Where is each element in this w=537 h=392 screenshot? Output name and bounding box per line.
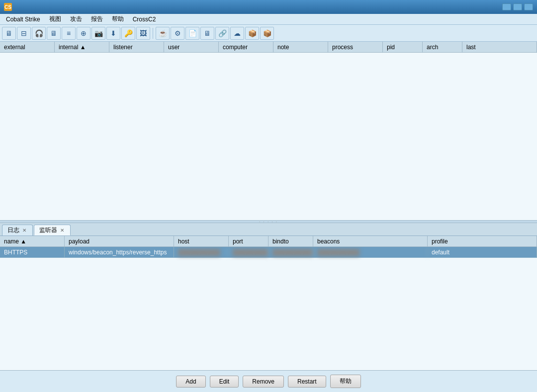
menu-cobalt-strike[interactable]: Cobalt Strike bbox=[2, 15, 44, 24]
lst-col-host[interactable]: host bbox=[174, 236, 229, 246]
listener-cell-bindto: ██████████ bbox=[268, 247, 313, 257]
col-note[interactable]: note bbox=[273, 42, 328, 52]
close-button[interactable] bbox=[524, 3, 533, 10]
col-process[interactable]: process bbox=[328, 42, 383, 52]
maximize-button[interactable] bbox=[513, 3, 522, 10]
toolbar-btn-console[interactable]: ≡ bbox=[62, 27, 76, 40]
toolbar-btn-cloud[interactable]: ☁ bbox=[230, 27, 244, 40]
tab-listeners-label: 监听器 bbox=[39, 226, 57, 235]
toolbar-btn-target-add[interactable]: ⊕ bbox=[77, 27, 90, 40]
top-table-header: external internal ▲ listener user comput… bbox=[0, 42, 537, 53]
listener-cell-port: ██████████ bbox=[229, 247, 268, 257]
listener-cell-profile: default bbox=[428, 247, 537, 257]
col-user[interactable]: user bbox=[164, 42, 219, 52]
lst-col-profile[interactable]: profile bbox=[428, 236, 537, 246]
toolbar-btn-box2[interactable]: 📦 bbox=[260, 27, 274, 40]
toolbar: 🖥⊟🎧🖥≡⊕📷⬇🔑🖼☕⚙📄🖥🔗☁📦📦 bbox=[0, 25, 537, 42]
col-last[interactable]: last bbox=[462, 42, 537, 52]
toolbar-btn-file[interactable]: 📄 bbox=[185, 27, 199, 40]
toolbar-btn-headphones[interactable]: 🎧 bbox=[32, 27, 46, 40]
listener-cell-name: BHTTPS bbox=[0, 247, 65, 257]
listener-row[interactable]: BHTTPSwindows/beacon_https/reverse_https… bbox=[0, 247, 537, 258]
tab-listeners[interactable]: 监听器 ✕ bbox=[34, 225, 71, 235]
menu-attack[interactable]: 攻击 bbox=[66, 14, 86, 24]
lst-col-bindto[interactable]: bindto bbox=[268, 236, 313, 246]
help-button[interactable]: 帮助 bbox=[330, 375, 361, 388]
toolbar-separator bbox=[153, 28, 153, 39]
top-table-body bbox=[0, 53, 537, 220]
menu-bar: Cobalt Strike视图攻击报告帮助CrossC2 bbox=[0, 14, 537, 25]
listener-table: name ▲ payload host port bindto beacons … bbox=[0, 236, 537, 370]
toolbar-btn-coffee[interactable]: ☕ bbox=[156, 27, 170, 40]
remove-button[interactable]: Remove bbox=[243, 376, 284, 388]
menu-crossc2[interactable]: CrossC2 bbox=[129, 15, 160, 24]
tab-bar: 日志 ✕ 监听器 ✕ bbox=[0, 223, 537, 236]
tab-log-close[interactable]: ✕ bbox=[21, 228, 27, 233]
listener-cell-beacons: ██████████ bbox=[313, 247, 428, 257]
listener-table-header: name ▲ payload host port bindto beacons … bbox=[0, 236, 537, 247]
toolbar-btn-key[interactable]: 🔑 bbox=[121, 27, 135, 40]
toolbar-btn-monitor[interactable]: 🖥 bbox=[200, 27, 214, 40]
toolbar-btn-connect[interactable]: 🖥 bbox=[2, 27, 16, 40]
listener-table-body: BHTTPSwindows/beacon_https/reverse_https… bbox=[0, 247, 537, 370]
toolbar-btn-image[interactable]: 🖼 bbox=[136, 27, 150, 40]
toolbar-btn-link[interactable]: 🔗 bbox=[215, 27, 229, 40]
menu-view[interactable]: 视图 bbox=[45, 14, 65, 24]
col-listener[interactable]: listener bbox=[109, 42, 164, 52]
col-computer[interactable]: computer bbox=[219, 42, 273, 52]
listener-cell-host: ██████████ bbox=[174, 247, 229, 257]
toolbar-btn-box1[interactable]: 📦 bbox=[245, 27, 259, 40]
toolbar-btn-settings[interactable]: ⚙ bbox=[171, 27, 184, 40]
toolbar-btn-download[interactable]: ⬇ bbox=[106, 27, 120, 40]
edit-button[interactable]: Edit bbox=[210, 376, 239, 388]
title-left: CS bbox=[4, 3, 15, 11]
menu-help[interactable]: 帮助 bbox=[108, 14, 128, 24]
lst-col-name[interactable]: name ▲ bbox=[0, 236, 65, 246]
add-button[interactable]: Add bbox=[176, 376, 205, 388]
app-icon: CS bbox=[4, 3, 12, 11]
lst-col-port[interactable]: port bbox=[229, 236, 268, 246]
col-external[interactable]: external bbox=[0, 42, 55, 52]
bottom-buttons: AddEditRemoveRestart帮助 bbox=[0, 370, 537, 392]
menu-report[interactable]: 报告 bbox=[87, 14, 107, 24]
window-controls[interactable] bbox=[502, 3, 533, 10]
col-arch[interactable]: arch bbox=[423, 42, 462, 52]
toolbar-btn-screenshot[interactable]: 📷 bbox=[91, 27, 105, 40]
toolbar-btn-disconnect[interactable]: ⊟ bbox=[17, 27, 31, 40]
minimize-button[interactable] bbox=[502, 3, 511, 10]
col-internal[interactable]: internal ▲ bbox=[55, 42, 109, 52]
title-bar: CS bbox=[0, 0, 537, 14]
tab-listeners-close[interactable]: ✕ bbox=[59, 228, 65, 233]
tab-log-label: 日志 bbox=[7, 226, 19, 235]
toolbar-btn-targets[interactable]: 🖥 bbox=[47, 27, 61, 40]
lst-col-beacons[interactable]: beacons bbox=[313, 236, 428, 246]
tab-log[interactable]: 日志 ✕ bbox=[2, 225, 33, 235]
listener-cell-payload: windows/beacon_https/reverse_https bbox=[65, 247, 174, 257]
bottom-panel: 日志 ✕ 监听器 ✕ name ▲ payload host port bind… bbox=[0, 223, 537, 392]
lst-col-payload[interactable]: payload bbox=[65, 236, 174, 246]
restart-button[interactable]: Restart bbox=[288, 376, 326, 388]
main-area: external internal ▲ listener user comput… bbox=[0, 42, 537, 220]
col-pid[interactable]: pid bbox=[383, 42, 423, 52]
